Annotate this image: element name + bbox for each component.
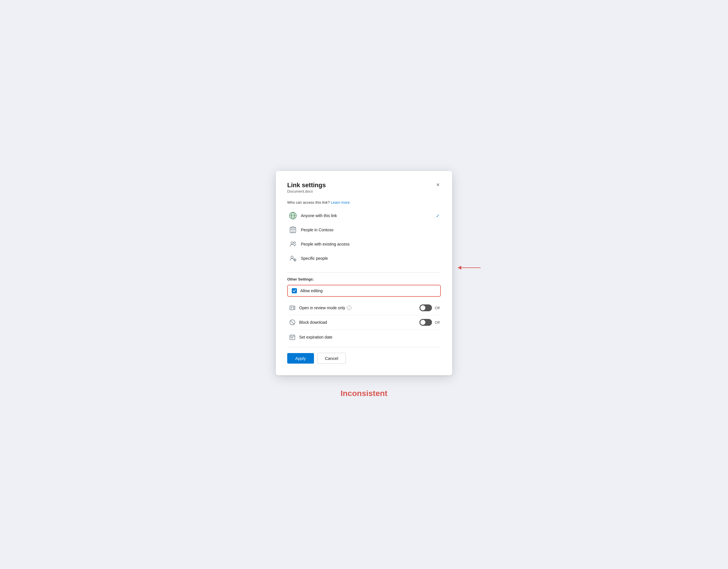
building-icon <box>288 225 297 234</box>
svg-point-11 <box>291 242 293 244</box>
review-mode-label: Open in review mode only i <box>299 306 419 310</box>
review-mode-icon <box>288 304 296 312</box>
svg-point-12 <box>294 242 295 243</box>
people-existing-icon <box>288 239 297 249</box>
expiration-label: Set expiration date <box>299 335 440 340</box>
block-download-toggle[interactable] <box>419 319 432 326</box>
dialog-subtitle: Document.docx <box>287 189 326 193</box>
section-divider <box>287 272 441 272</box>
inconsistent-label: Inconsistent <box>341 389 388 398</box>
block-download-toggle-group: Off <box>419 319 440 326</box>
access-label-contoso: People in Contoso <box>301 227 440 232</box>
close-button[interactable]: × <box>435 181 441 189</box>
expiration-row[interactable]: Set expiration date <box>287 330 441 345</box>
cancel-button[interactable]: Cancel <box>317 353 346 364</box>
specific-people-icon <box>288 254 297 263</box>
button-row: Apply Cancel <box>287 353 441 364</box>
access-section-label: Who can access this link? Learn more <box>287 200 441 204</box>
learn-more-link[interactable]: Learn more <box>331 200 349 204</box>
bottom-divider <box>287 347 441 347</box>
review-mode-toggle-label: Off <box>435 306 440 310</box>
block-download-row: Block download Off <box>287 315 441 330</box>
access-label-specific: Specific people <box>301 256 440 260</box>
block-download-label: Block download <box>299 320 419 325</box>
access-options-list: Anyone with this link ✓ People in Contos… <box>287 208 441 265</box>
access-item-existing[interactable]: People with existing access <box>287 237 441 251</box>
apply-button[interactable]: Apply <box>287 353 314 364</box>
link-settings-dialog: Link settings Document.docx × Who can ac… <box>276 171 452 376</box>
svg-rect-27 <box>291 338 292 338</box>
arrow-annotation <box>458 267 481 268</box>
svg-rect-28 <box>292 338 293 338</box>
dialog-header: Link settings Document.docx × <box>287 181 441 199</box>
block-download-toggle-label: Off <box>435 320 440 325</box>
dialog-wrapper: Link settings Document.docx × Who can ac… <box>276 171 452 376</box>
svg-rect-7 <box>293 229 295 230</box>
allow-editing-checkbox[interactable] <box>292 288 297 293</box>
dialog-title: Link settings <box>287 181 326 189</box>
svg-rect-8 <box>292 231 294 233</box>
globe-icon <box>288 211 297 220</box>
access-check-anyone: ✓ <box>436 213 440 218</box>
svg-rect-6 <box>291 229 292 230</box>
access-label-existing: People with existing access <box>301 242 440 246</box>
allow-editing-label: Allow editing <box>300 289 323 293</box>
access-item-specific[interactable]: Specific people <box>287 251 441 265</box>
svg-point-13 <box>291 256 293 258</box>
review-mode-row: Open in review mode only i Off <box>287 301 441 315</box>
access-label-anyone: Anyone with this link <box>301 213 436 218</box>
review-mode-info-icon[interactable]: i <box>347 306 351 310</box>
svg-line-22 <box>290 320 294 324</box>
allow-editing-row[interactable]: Allow editing <box>287 285 441 297</box>
other-settings-label: Other Settings: <box>287 277 441 281</box>
calendar-icon <box>288 333 296 341</box>
access-item-anyone[interactable]: Anyone with this link ✓ <box>287 208 441 223</box>
review-mode-toggle[interactable] <box>419 305 432 311</box>
review-mode-toggle-group: Off <box>419 305 440 311</box>
access-item-contoso[interactable]: People in Contoso <box>287 223 441 237</box>
block-download-icon <box>288 319 296 326</box>
dialog-title-group: Link settings Document.docx <box>287 181 326 199</box>
arrow-line <box>458 267 481 268</box>
svg-rect-5 <box>290 227 296 233</box>
